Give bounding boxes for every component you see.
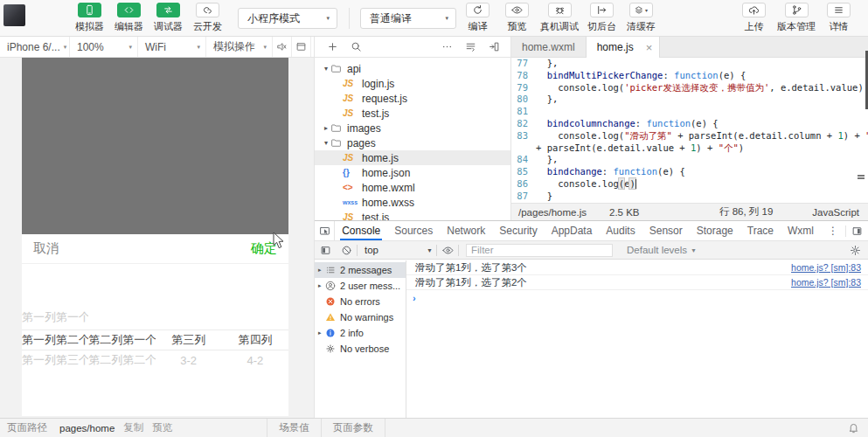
debugger-tab-storage[interactable]: Storage: [690, 221, 740, 240]
program-mode-select[interactable]: 小程序模式 ▾: [238, 8, 337, 29]
upload-button[interactable]: 上传: [734, 3, 774, 33]
debugger-tab-trace[interactable]: Trace: [740, 221, 781, 240]
tree-file-request-js[interactable]: JSrequest.js: [315, 91, 510, 106]
refresh-button[interactable]: 编译: [458, 3, 497, 33]
collapse-panel-icon[interactable]: [489, 41, 500, 52]
console-filter-input[interactable]: [466, 244, 613, 257]
picker-overlay-mask[interactable]: [22, 58, 288, 234]
console-prompt[interactable]: ›: [406, 290, 868, 305]
window-button[interactable]: [292, 37, 311, 57]
notification-bell-icon[interactable]: [848, 422, 859, 434]
editor-tab-home-js[interactable]: home.js×: [587, 37, 661, 58]
debugger-tab-sensor[interactable]: Sensor: [642, 221, 690, 240]
page-params-button[interactable]: 页面参数: [321, 419, 385, 437]
tree-file-home-wxss[interactable]: wxsshome.wxss: [315, 195, 510, 210]
cache-button[interactable]: ▾清缓存: [621, 3, 661, 33]
compile-mode-select[interactable]: 普通编译 ▾: [360, 8, 456, 29]
file-list-icon[interactable]: [465, 41, 476, 52]
tree-file-login-js[interactable]: JSlogin.js: [315, 76, 510, 91]
console-source-link[interactable]: home.js? [sm]:83: [791, 262, 861, 273]
console-filter-no-verbose[interactable]: No verbose: [315, 341, 406, 357]
info-icon: [325, 328, 336, 338]
eye-button[interactable]: [437, 245, 458, 256]
phone-screen[interactable]: 取消 确定 第一列第一个第一列第二个第二列第一个第三列第四列第一列第三个第二列第…: [22, 58, 288, 416]
clear-console-button[interactable]: [336, 245, 357, 256]
code-token: :: [602, 166, 614, 177]
tree-file-home-wxml[interactable]: <>home.wxml: [315, 180, 510, 195]
console-message: 滑动了第1列，选了第3个home.js? [sm]:83: [406, 260, 868, 275]
device-bar-select[interactable]: 100%▾: [70, 37, 138, 57]
picker-row[interactable]: 第一列第三个第二列第二个3-24-2: [22, 350, 288, 370]
console-settings-icon[interactable]: [850, 245, 861, 256]
code-line: 78 bindMultiPickerChange: function(e) {: [511, 70, 868, 82]
tree-file-test-js[interactable]: JStest.js: [315, 210, 510, 220]
string-token: "滑动了第": [624, 130, 672, 141]
page-path-label: 页面路径: [7, 421, 47, 434]
code-token: }: [536, 191, 552, 201]
tree-file-test-js[interactable]: JStest.js: [315, 106, 510, 121]
code-editor[interactable]: 77 },78 bindMultiPickerChange: function(…: [511, 58, 868, 203]
new-file-icon[interactable]: [327, 41, 338, 52]
toggle-sidebar-button[interactable]: [315, 245, 336, 256]
dock-side-button[interactable]: [845, 225, 868, 237]
picker-row[interactable]: 第一列第二个第二列第一个第三列第四列: [22, 329, 288, 350]
debugger-tab-network[interactable]: Network: [440, 221, 492, 240]
folder-icon: [330, 63, 342, 74]
device-bar-select[interactable]: 模拟操作▾: [206, 37, 273, 57]
console-filter-2-info[interactable]: ▸2 info: [315, 325, 406, 341]
device-bar-select[interactable]: WiFi▾: [138, 37, 206, 57]
code-line: 82 bindcolumnchange: function(e) {: [511, 118, 868, 130]
eye-button[interactable]: 预览: [497, 3, 537, 33]
more-options-icon[interactable]: [441, 41, 453, 52]
branch-button[interactable]: 版本管理: [774, 3, 819, 33]
code-token: (e) {: [719, 70, 746, 80]
device-bar-select[interactable]: iPhone 6/...▾: [0, 37, 70, 57]
file-language[interactable]: JavaScript: [812, 207, 859, 218]
close-icon[interactable]: ×: [646, 41, 653, 54]
file-tree: ▾apiJSlogin.jsJSrequest.jsJStest.js▸imag…: [315, 58, 510, 220]
inspect-element-button[interactable]: [315, 221, 335, 240]
scene-value-button[interactable]: 场景值: [267, 419, 321, 437]
tree-file-home-json[interactable]: {}home.json: [315, 165, 510, 180]
tree-folder-pages[interactable]: ▾pages: [315, 135, 510, 150]
tree-folder-api[interactable]: ▾api: [315, 61, 510, 76]
speaker-button[interactable]: [273, 37, 292, 57]
editor-tab-home-wxml[interactable]: home.wxml: [511, 37, 587, 58]
picker-cancel-button[interactable]: 取消: [33, 240, 59, 257]
copy-path-button[interactable]: 复制: [123, 421, 143, 434]
tree-folder-images[interactable]: ▸images: [315, 121, 510, 135]
debug-button[interactable]: 调试器: [149, 3, 188, 33]
debugger-tab-console[interactable]: Console: [335, 221, 387, 240]
console-filter-no-warnings[interactable]: No warnings: [315, 309, 406, 325]
console-filter-no-errors[interactable]: No errors: [315, 294, 406, 309]
debugger-tab-audits[interactable]: Audits: [599, 221, 642, 240]
bug-button[interactable]: 真机调试: [537, 3, 582, 33]
debugger-tab-sources[interactable]: Sources: [387, 221, 440, 240]
code-token: function: [614, 166, 658, 177]
console-message-text: 滑动了第1列，选了第2个: [415, 276, 527, 289]
console-filter-2-user-mess-[interactable]: ▸2 user mess...: [315, 278, 406, 294]
user-avatar[interactable]: [3, 4, 25, 26]
switch-button[interactable]: 切后台: [582, 3, 621, 33]
file-name: home.js: [362, 152, 399, 164]
context-select[interactable]: top ▼: [365, 245, 433, 255]
debugger-tab-appdata[interactable]: AppData: [545, 221, 600, 240]
debugger-tab-wxml[interactable]: Wxml: [781, 221, 821, 240]
details-button[interactable]: 详情: [819, 3, 858, 33]
picker-row[interactable]: 第一列第一个: [22, 309, 288, 325]
code-line: 81: [511, 106, 868, 118]
picker-columns[interactable]: 第一列第一个第一列第二个第二列第一个第三列第四列第一列第三个第二列第二个3-24…: [22, 309, 288, 370]
debugger-tab-security[interactable]: Security: [492, 221, 544, 240]
preview-path-button[interactable]: 预览: [152, 421, 172, 434]
tree-file-home-js[interactable]: JShome.js: [315, 150, 510, 165]
phone-button[interactable]: 模拟器: [70, 3, 109, 33]
console-source-link[interactable]: home.js? [sm]:83: [791, 277, 861, 288]
line-number: 85: [511, 166, 536, 178]
search-icon[interactable]: [351, 41, 362, 52]
log-levels-select[interactable]: Default levels ▼: [627, 245, 697, 255]
console-toolbar: top ▼ Default levels ▼: [315, 241, 868, 260]
cloud-dev-button[interactable]: 云开发: [188, 3, 227, 33]
console-filter-2-messages[interactable]: ▸2 messages: [315, 262, 406, 278]
more-vertical-icon[interactable]: ⋮: [821, 225, 845, 237]
code-button[interactable]: 编辑器: [109, 3, 149, 33]
